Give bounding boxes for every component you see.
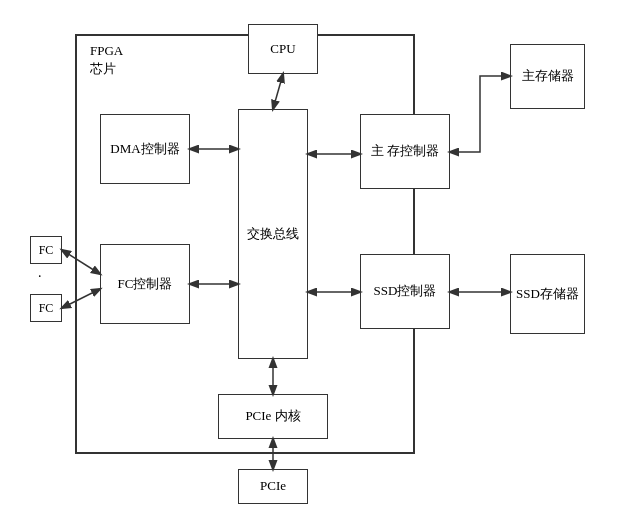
- pcie-box: PCIe: [238, 469, 308, 504]
- ssd-controller-box: SSD 控制器: [360, 254, 450, 329]
- pcie-core-box: PCIe 内核: [218, 394, 328, 439]
- memory-controller-box: 主 存 控制器: [360, 114, 450, 189]
- fc-dots: ·: [38, 269, 42, 285]
- dma-controller-box: DMA 控制器: [100, 114, 190, 184]
- cpu-box: CPU: [248, 24, 318, 74]
- fc-controller-box: FC 控制器: [100, 244, 190, 324]
- main-memory-storage-box: 主存 储器: [510, 44, 585, 109]
- fc-box-1: FC: [30, 236, 62, 264]
- switch-bus-box: 交换 总线: [238, 109, 308, 359]
- ssd-storage-box: SSD 存储器: [510, 254, 585, 334]
- fc-box-2: FC: [30, 294, 62, 322]
- architecture-diagram: FPGA 芯片 CPU DMA 控制器 FC 控制器 交换 总线 主 存 控制器…: [20, 14, 600, 504]
- fpga-label: FPGA 芯片: [90, 42, 123, 78]
